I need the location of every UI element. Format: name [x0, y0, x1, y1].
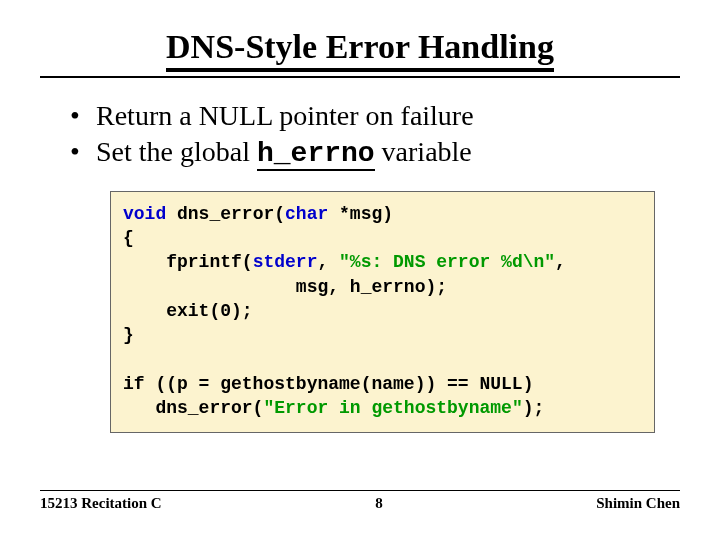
- string-literal: "%s: DNS error %d\n": [339, 252, 555, 272]
- code-text: dns_error(: [166, 204, 285, 224]
- code-block: void dns_error(char *msg) { fprintf(stde…: [110, 191, 655, 434]
- code-text: msg, h_errno);: [123, 277, 447, 297]
- keyword: char: [285, 204, 328, 224]
- code-text: dns_error(: [123, 398, 263, 418]
- footer-right: Shimin Chen: [596, 495, 680, 512]
- keyword: stderr: [253, 252, 318, 272]
- slide-footer: 15213 Recitation C 8 Shimin Chen: [40, 490, 680, 512]
- bullet-dot-icon: •: [70, 134, 96, 170]
- list-item: • Return a NULL pointer on failure: [70, 98, 720, 134]
- code-text: ,: [317, 252, 339, 272]
- string-literal: "Error in gethostbyname": [263, 398, 522, 418]
- code-text: *msg): [328, 204, 393, 224]
- slide-title: DNS-Style Error Handling: [166, 28, 554, 72]
- code-identifier: h_errno: [257, 138, 375, 171]
- page-number: 8: [162, 495, 597, 512]
- bullet-text: Set the global h_errno variable: [96, 134, 472, 172]
- footer-divider: [40, 490, 680, 491]
- bullet-fragment: variable: [375, 136, 472, 167]
- code-text: exit(0);: [123, 301, 253, 321]
- footer-left: 15213 Recitation C: [40, 495, 162, 512]
- code-text: {: [123, 228, 134, 248]
- code-text: );: [523, 398, 545, 418]
- title-underline: [40, 76, 680, 78]
- code-text: ,: [555, 252, 566, 272]
- bullet-text: Return a NULL pointer on failure: [96, 98, 474, 134]
- code-text: fprintf(: [123, 252, 253, 272]
- list-item: • Set the global h_errno variable: [70, 134, 720, 172]
- keyword: void: [123, 204, 166, 224]
- bullet-dot-icon: •: [70, 98, 96, 134]
- bullet-fragment: Set the global: [96, 136, 257, 167]
- code-text: if ((p = gethostbyname(name)) == NULL): [123, 374, 533, 394]
- bullet-list: • Return a NULL pointer on failure • Set…: [70, 98, 720, 173]
- code-text: }: [123, 325, 134, 345]
